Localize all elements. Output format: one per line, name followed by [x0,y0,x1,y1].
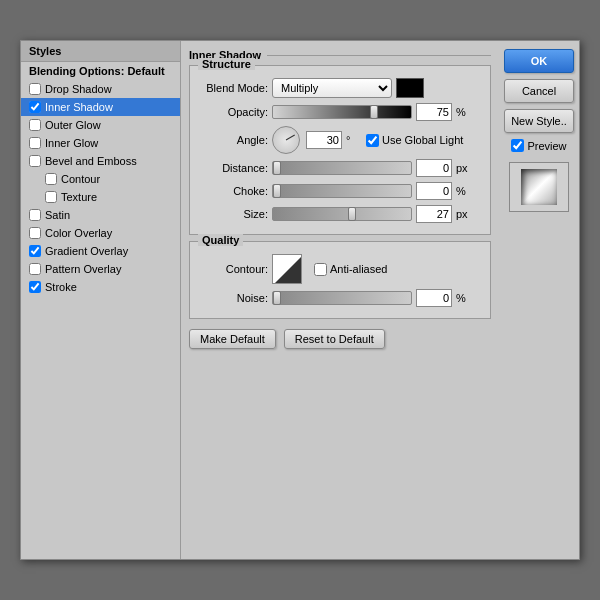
size-label: Size: [198,208,268,220]
sidebar-checkbox-1[interactable] [29,83,41,95]
ok-button[interactable]: OK [504,49,574,73]
anti-aliased-label[interactable]: Anti-aliased [314,263,387,276]
size-unit: px [456,208,472,220]
sidebar-item-5[interactable]: Bevel and Emboss [21,152,180,170]
sidebar-checkbox-8[interactable] [29,209,41,221]
choke-input[interactable] [416,182,452,200]
new-style-button[interactable]: New Style.. [504,109,574,133]
sidebar-item-2[interactable]: Inner Shadow [21,98,180,116]
preview-inner [521,169,557,205]
opacity-label: Opacity: [198,106,268,118]
noise-slider[interactable] [272,291,412,305]
sidebar-item-10[interactable]: Gradient Overlay [21,242,180,260]
global-light-checkbox[interactable] [366,134,379,147]
choke-label: Choke: [198,185,268,197]
preview-box [509,162,569,212]
angle-row: Angle: ° Use Global Light [198,126,482,154]
layer-style-dialog: Styles Blending Options: DefaultDrop Sha… [20,40,580,560]
distance-row: Distance: px [198,159,482,177]
preview-checkbox[interactable] [511,139,524,152]
quality-content: Contour: Anti-aliased Noise: [198,254,482,307]
cancel-button[interactable]: Cancel [504,79,574,103]
sidebar-label-0: Blending Options: Default [29,65,165,77]
make-default-button[interactable]: Make Default [189,329,276,349]
distance-thumb[interactable] [273,161,281,175]
size-row: Size: px [198,205,482,223]
blend-mode-label: Blend Mode: [198,82,268,94]
sidebar-label-5: Bevel and Emboss [45,155,137,167]
sidebar-item-4[interactable]: Inner Glow [21,134,180,152]
distance-slider[interactable] [272,161,412,175]
sidebar-checkbox-6[interactable] [45,173,57,185]
choke-unit: % [456,185,472,197]
sidebar-label-12: Stroke [45,281,77,293]
sidebar-item-11[interactable]: Pattern Overlay [21,260,180,278]
color-swatch[interactable] [396,78,424,98]
sidebar-label-3: Outer Glow [45,119,101,131]
angle-input[interactable] [306,131,342,149]
contour-label: Contour: [198,263,268,275]
angle-dial[interactable] [272,126,300,154]
opacity-thumb[interactable] [370,105,378,119]
sidebar-checkbox-7[interactable] [45,191,57,203]
choke-thumb[interactable] [273,184,281,198]
sidebar-checkbox-9[interactable] [29,227,41,239]
distance-label: Distance: [198,162,268,174]
structure-content: Blend Mode: Multiply Normal Screen Opaci… [198,78,482,223]
sidebar-checkbox-12[interactable] [29,281,41,293]
size-input[interactable] [416,205,452,223]
sidebar-checkbox-2[interactable] [29,101,41,113]
contour-preview[interactable] [272,254,302,284]
choke-slider[interactable] [272,184,412,198]
structure-label: Structure [198,58,255,70]
sidebar-checkbox-4[interactable] [29,137,41,149]
sidebar-label-6: Contour [61,173,100,185]
structure-group: Structure Blend Mode: Multiply Normal Sc… [189,65,491,235]
sidebar-item-9[interactable]: Color Overlay [21,224,180,242]
sidebar-checkbox-3[interactable] [29,119,41,131]
sidebar-label-4: Inner Glow [45,137,98,149]
size-slider[interactable] [272,207,412,221]
angle-unit: ° [346,134,362,146]
sidebar-items-container: Blending Options: DefaultDrop ShadowInne… [21,62,180,296]
sidebar-label-11: Pattern Overlay [45,263,121,275]
sidebar-checkbox-5[interactable] [29,155,41,167]
noise-unit: % [456,292,472,304]
svg-marker-0 [273,255,302,284]
sidebar-label-1: Drop Shadow [45,83,112,95]
contour-row: Contour: Anti-aliased [198,254,482,284]
sidebar-label-10: Gradient Overlay [45,245,128,257]
noise-thumb[interactable] [273,291,281,305]
sidebar-item-1[interactable]: Drop Shadow [21,80,180,98]
noise-input[interactable] [416,289,452,307]
angle-needle [286,135,295,141]
sidebar-item-12[interactable]: Stroke [21,278,180,296]
angle-label: Angle: [198,134,268,146]
sidebar-checkbox-10[interactable] [29,245,41,257]
distance-input[interactable] [416,159,452,177]
reset-to-default-button[interactable]: Reset to Default [284,329,385,349]
sidebar-item-3[interactable]: Outer Glow [21,116,180,134]
size-thumb[interactable] [348,207,356,221]
sidebar-item-8[interactable]: Satin [21,206,180,224]
quality-group: Quality Contour: Anti-aliased [189,241,491,319]
noise-row: Noise: % [198,289,482,307]
choke-row: Choke: % [198,182,482,200]
blend-mode-row: Blend Mode: Multiply Normal Screen [198,78,482,98]
sidebar-checkbox-11[interactable] [29,263,41,275]
sidebar-label-9: Color Overlay [45,227,112,239]
opacity-unit: % [456,106,472,118]
sidebar-item-7[interactable]: Texture [21,188,180,206]
sidebar-item-0[interactable]: Blending Options: Default [21,62,180,80]
sidebar-item-6[interactable]: Contour [21,170,180,188]
blend-mode-select[interactable]: Multiply Normal Screen [272,78,392,98]
opacity-row: Opacity: % [198,103,482,121]
noise-label: Noise: [198,292,268,304]
global-light-label[interactable]: Use Global Light [366,134,463,147]
bottom-buttons: Make Default Reset to Default [189,329,491,349]
opacity-input[interactable] [416,103,452,121]
anti-aliased-checkbox[interactable] [314,263,327,276]
right-panel: OK Cancel New Style.. Preview [499,41,579,559]
preview-label-row: Preview [511,139,566,152]
opacity-slider[interactable] [272,105,412,119]
